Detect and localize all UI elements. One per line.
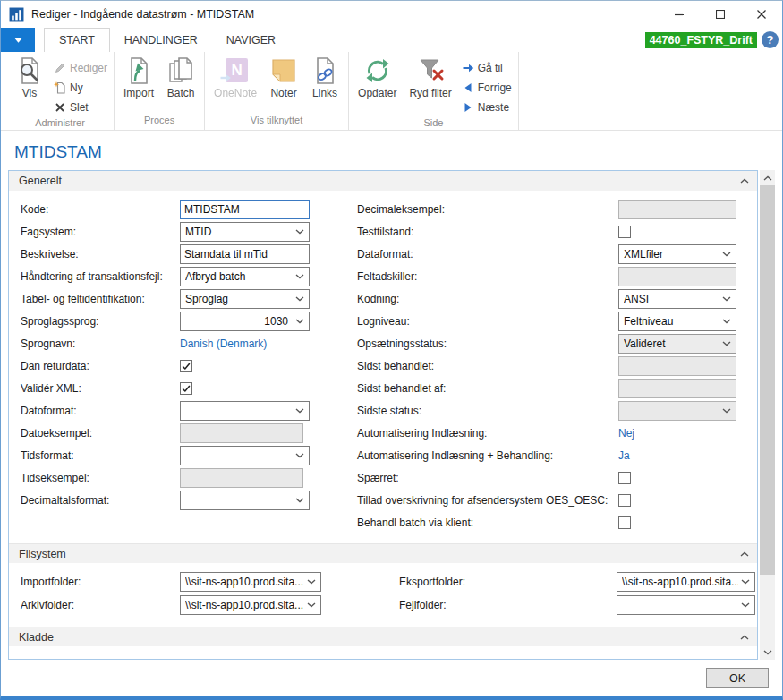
fagsystem-dropdown[interactable]: MTID xyxy=(180,222,310,242)
testtilstand-checkbox[interactable] xyxy=(618,226,631,238)
vertical-scrollbar[interactable] xyxy=(760,170,775,660)
field-label: Kodning: xyxy=(357,293,618,305)
noter-button[interactable]: Noter xyxy=(263,52,304,99)
chevron-down-icon xyxy=(295,274,304,279)
ny-button[interactable]: Ny xyxy=(50,78,111,98)
chevron-down-icon xyxy=(307,579,316,585)
field-row-spaerret: Spærret: xyxy=(357,466,757,489)
chevron-down-icon xyxy=(295,296,304,302)
scrollbar-thumb[interactable] xyxy=(760,185,775,575)
slet-button[interactable]: Slet xyxy=(50,98,111,117)
logniveau-dropdown[interactable]: Feltniveau xyxy=(618,312,736,331)
tabel-felt-dropdown[interactable]: Sproglag xyxy=(180,289,310,309)
ribbon: Vis Rediger Ny Slet xyxy=(1,52,782,131)
field-row-decimaleksempel: Decimaleksempel: xyxy=(357,198,757,220)
batch-button[interactable]: Batch xyxy=(160,52,201,99)
field-label: Automatisering Indlæsning + Behandling: xyxy=(357,449,618,462)
links-button[interactable]: Links xyxy=(304,52,345,99)
ryd-filter-button[interactable]: Ryd filter xyxy=(403,52,457,99)
ribbon-group-proces: Import Batch Proces xyxy=(115,52,205,130)
field-label: Tabel- og feltidentifikation: xyxy=(21,293,180,305)
tab-naviger[interactable]: NAVIGER xyxy=(212,28,290,52)
haandtering-dropdown[interactable]: Afbryd batch xyxy=(180,267,310,286)
spaerret-checkbox[interactable] xyxy=(618,472,631,484)
field-row-eksportfolder: Eksportfolder: \\sit-ns-app10.prod.sita.… xyxy=(399,570,757,593)
opdater-button[interactable]: Opdater xyxy=(352,52,403,99)
eksportfolder-dropdown[interactable]: \\sit-ns-app10.prod.sita... xyxy=(617,572,755,592)
chevron-down-icon xyxy=(295,229,304,235)
field-label: Eksportfolder: xyxy=(399,576,617,588)
field-row-tidseksempel: Tidseksempel: xyxy=(21,466,357,489)
dataformat-dropdown[interactable]: XMLfiler xyxy=(618,244,736,264)
close-button[interactable] xyxy=(741,1,782,28)
vis-button[interactable]: Vis xyxy=(9,52,50,99)
rediger-button: Rediger xyxy=(50,58,111,78)
app-menu-button[interactable] xyxy=(1,28,35,52)
app-icon xyxy=(9,7,24,22)
behandl-batch-checkbox[interactable] xyxy=(618,516,631,529)
decimaltalsformat-dropdown[interactable] xyxy=(180,491,310,510)
field-row-tillad-overskrivning: Tillad overskrivning for afsendersystem … xyxy=(357,489,757,511)
field-row-fejlfolder: Fejlfolder: xyxy=(399,593,757,617)
section-header-kladde[interactable]: Kladde xyxy=(9,627,757,646)
tab-start[interactable]: START xyxy=(44,28,110,52)
chevron-down-icon xyxy=(295,453,304,458)
field-label: Sidste status: xyxy=(357,405,618,417)
sidste-status-dropdown xyxy=(618,401,736,421)
scroll-down-icon[interactable] xyxy=(760,645,775,660)
import-button[interactable]: Import xyxy=(117,52,160,99)
kodning-dropdown[interactable]: ANSI xyxy=(618,289,736,309)
sidst-behandlet-input xyxy=(618,356,736,376)
dan-returdata-checkbox[interactable] xyxy=(180,360,192,372)
collapse-icon xyxy=(740,551,749,557)
pencil-icon xyxy=(54,62,66,74)
beskrivelse-input[interactable] xyxy=(180,244,310,264)
gaa-til-button[interactable]: Gå til xyxy=(458,58,515,78)
forrige-button[interactable]: Forrige xyxy=(458,78,515,98)
field-label: Sidst behandlet: xyxy=(357,360,618,372)
datoformat-dropdown[interactable] xyxy=(180,401,310,421)
caret-down-icon xyxy=(14,38,22,43)
tab-handlinger[interactable]: HANDLINGER xyxy=(110,28,212,52)
links-chain-icon xyxy=(311,56,339,85)
field-label: Validér XML: xyxy=(21,382,180,395)
auto-indlaesning-behandling-link[interactable]: Ja xyxy=(618,449,630,462)
help-icon[interactable]: ? xyxy=(762,31,779,48)
section-header-filsystem[interactable]: Filsystem xyxy=(9,543,757,563)
maximize-button[interactable] xyxy=(700,1,741,28)
kode-input[interactable] xyxy=(180,200,310,219)
field-label: Fagsystem: xyxy=(21,226,180,238)
company-badge: 44760_FSTYR_Drift xyxy=(645,32,757,48)
sproglagssprog-dropdown[interactable]: 1030 xyxy=(180,312,310,331)
tillad-overskrivning-checkbox[interactable] xyxy=(618,494,631,507)
field-row-kode: Kode: xyxy=(21,198,357,220)
ok-button[interactable]: OK xyxy=(706,668,769,688)
filsystem-fields: Importfolder: \\sit-ns-app10.prod.sita..… xyxy=(9,563,757,622)
sprognavn-link[interactable]: Danish (Denmark) xyxy=(180,337,267,350)
naeste-button[interactable]: Næste xyxy=(458,98,515,117)
opsaetningsstatus-dropdown[interactable]: Valideret xyxy=(618,334,736,354)
chevron-down-icon xyxy=(722,319,731,324)
field-label: Sidst behandlet af: xyxy=(357,382,618,395)
importfolder-dropdown[interactable]: \\sit-ns-app10.prod.sita... xyxy=(180,572,321,592)
field-label: Tillad overskrivning for afsendersystem … xyxy=(357,494,618,507)
field-label: Behandl batch via klient: xyxy=(357,516,618,529)
auto-indlaesning-link[interactable]: Nej xyxy=(618,427,634,440)
valider-xml-checkbox[interactable] xyxy=(180,382,192,395)
field-row-importfolder: Importfolder: \\sit-ns-app10.prod.sita..… xyxy=(21,570,357,593)
field-row-feltadskiller: Feltadskiller: xyxy=(357,265,757,287)
minimize-button[interactable] xyxy=(659,1,700,28)
field-label: Tidsformat: xyxy=(21,449,180,462)
section-header-generelt[interactable]: Generelt xyxy=(9,171,757,191)
tidsformat-dropdown[interactable] xyxy=(180,446,310,465)
fejlfolder-dropdown[interactable] xyxy=(617,595,755,615)
page-title: MTIDSTAM xyxy=(14,142,782,162)
arkivfolder-dropdown[interactable]: \\sit-ns-app10.prod.sita... xyxy=(180,595,321,615)
field-row-testtilstand: Testtilstand: xyxy=(357,220,757,243)
chevron-down-icon xyxy=(722,408,731,414)
check-icon xyxy=(181,361,191,371)
scroll-up-icon[interactable] xyxy=(760,170,775,185)
field-row-dan-returdata: Dan returdata: xyxy=(21,354,357,377)
chevron-down-icon xyxy=(741,579,750,585)
field-row-kodning: Kodning: ANSI xyxy=(357,287,757,310)
